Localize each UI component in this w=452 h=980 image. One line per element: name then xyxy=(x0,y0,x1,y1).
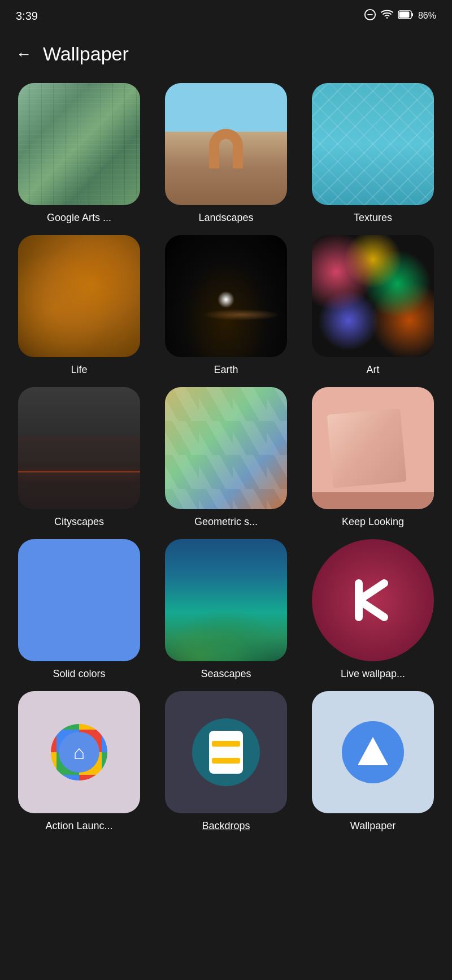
status-bar: 3:39 86% xyxy=(0,0,452,29)
thumbnail-wallpaper-app xyxy=(312,691,434,813)
label-life: Life xyxy=(71,364,87,376)
status-time: 3:39 xyxy=(16,10,38,23)
label-textures: Textures xyxy=(354,212,392,224)
grid-item-solidcolors[interactable]: Solid colors xyxy=(11,539,147,680)
grid-item-backdrops[interactable]: Backdrops xyxy=(158,691,294,832)
thumbnail-solidcolors xyxy=(18,539,140,661)
grid-item-cityscapes[interactable]: Cityscapes xyxy=(11,387,147,528)
wallpaper-app-icon xyxy=(342,721,404,783)
svg-rect-5 xyxy=(411,13,413,16)
thumbnail-geometric xyxy=(165,387,287,509)
thumbnail-actionlaunc: ⌂ xyxy=(18,691,140,813)
grid-item-earth[interactable]: Earth xyxy=(158,235,294,376)
action-launcher-icon: ⌂ xyxy=(45,718,113,786)
label-cityscapes: Cityscapes xyxy=(54,516,104,528)
label-keeplooking: Keep Looking xyxy=(342,516,404,528)
battery-percent: 86% xyxy=(418,11,436,21)
grid-item-life[interactable]: Life xyxy=(11,235,147,376)
label-actionlaunc: Action Launc... xyxy=(45,820,112,832)
label-geometric: Geometric s... xyxy=(194,516,258,528)
label-seascapes: Seascapes xyxy=(201,668,251,680)
grid-item-keeplooking[interactable]: Keep Looking xyxy=(305,387,441,528)
label-google-arts: Google Arts ... xyxy=(47,212,111,224)
status-icons: 86% xyxy=(364,8,436,23)
thumbnail-landscapes xyxy=(165,83,287,205)
thumbnail-google-arts xyxy=(18,83,140,205)
svg-rect-9 xyxy=(209,731,243,774)
label-solidcolors: Solid colors xyxy=(53,668,105,680)
thumbnail-life xyxy=(18,235,140,357)
thumbnail-keeplooking xyxy=(312,387,434,509)
wifi-icon xyxy=(381,8,393,23)
thumbnail-earth xyxy=(165,235,287,357)
label-wallpaper-app: Wallpaper xyxy=(350,820,395,832)
label-landscapes: Landscapes xyxy=(198,212,253,224)
page-header: ← Wallpaper xyxy=(0,29,452,83)
grid-item-textures[interactable]: Textures xyxy=(305,83,441,224)
thumbnail-livewallpaper xyxy=(312,539,434,661)
thumbnail-seascapes xyxy=(165,539,287,661)
grid-item-wallpaper-app[interactable]: Wallpaper xyxy=(305,691,441,832)
thumbnail-cityscapes xyxy=(18,387,140,509)
grid-item-seascapes[interactable]: Seascapes xyxy=(158,539,294,680)
page-title: Wallpaper xyxy=(43,43,129,65)
svg-rect-4 xyxy=(399,12,409,18)
svg-point-2 xyxy=(386,17,388,19)
thumbnail-art xyxy=(312,235,434,357)
label-art: Art xyxy=(366,364,379,376)
thumbnail-textures xyxy=(312,83,434,205)
label-backdrops: Backdrops xyxy=(202,820,250,832)
thumbnail-backdrops xyxy=(165,691,287,813)
svg-rect-10 xyxy=(212,741,240,747)
svg-rect-11 xyxy=(212,758,240,764)
dnd-icon xyxy=(364,8,376,23)
wallpaper-grid: Google Arts ... Landscapes Textures Life… xyxy=(0,83,452,855)
grid-item-geometric[interactable]: Geometric s... xyxy=(158,387,294,528)
back-button[interactable]: ← xyxy=(16,45,32,63)
grid-item-google-arts[interactable]: Google Arts ... xyxy=(11,83,147,224)
battery-icon xyxy=(398,10,414,22)
label-livewallpaper: Live wallpap... xyxy=(341,668,405,680)
grid-item-actionlaunc[interactable]: ⌂ Action Launc... xyxy=(11,691,147,832)
grid-item-landscapes[interactable]: Landscapes xyxy=(158,83,294,224)
label-earth: Earth xyxy=(214,364,238,376)
grid-item-art[interactable]: Art xyxy=(305,235,441,376)
grid-item-livewallpaper[interactable]: Live wallpap... xyxy=(305,539,441,680)
backdrops-icon xyxy=(192,718,260,786)
